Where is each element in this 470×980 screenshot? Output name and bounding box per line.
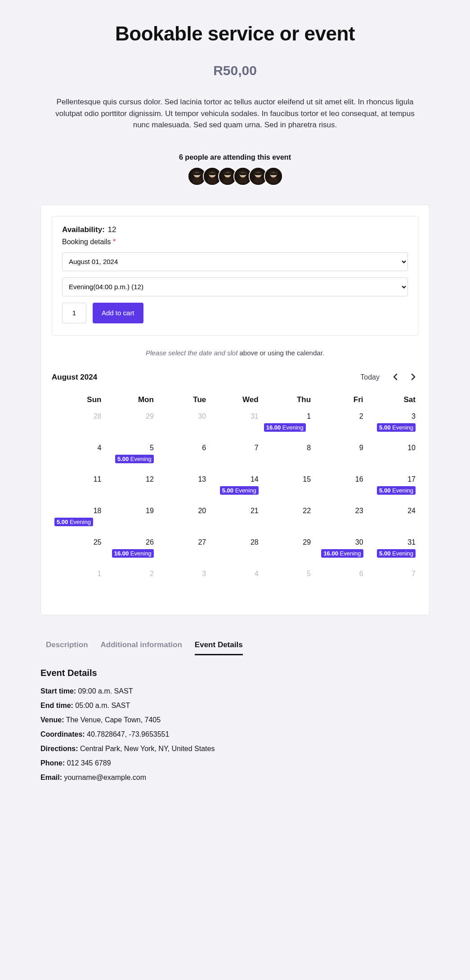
calendar-day-number: 12 bbox=[107, 475, 153, 483]
coordinates-label: Coordinates: bbox=[40, 730, 85, 738]
calendar-cell[interactable]: 20 bbox=[157, 504, 209, 536]
calendar-cell[interactable]: 2 bbox=[313, 410, 366, 441]
calendar-cell[interactable]: 185.00 Evening bbox=[52, 504, 104, 536]
calendar-cell[interactable]: 2616.00 Evening bbox=[104, 536, 156, 567]
calendar-cell: 30 bbox=[157, 410, 209, 441]
calendar-cell[interactable]: 22 bbox=[261, 504, 313, 536]
calendar-day-number: 15 bbox=[264, 475, 311, 483]
calendar-slot[interactable]: 5.00 Evening bbox=[115, 455, 154, 463]
calendar-cell[interactable]: 8 bbox=[261, 441, 313, 473]
tab-event-details[interactable]: Event Details bbox=[195, 637, 243, 655]
end-time-label: End time: bbox=[40, 702, 73, 709]
calendar-cell[interactable]: 315.00 Evening bbox=[366, 536, 418, 567]
svg-rect-23 bbox=[270, 173, 277, 175]
tab-additional-information[interactable]: Additional information bbox=[101, 637, 182, 655]
calendar-day-number: 3 bbox=[369, 412, 416, 421]
calendar-cell[interactable]: 4 bbox=[52, 441, 104, 473]
calendar-day-number: 27 bbox=[159, 538, 206, 546]
required-indicator: * bbox=[113, 238, 116, 246]
calendar-day-number: 28 bbox=[54, 412, 101, 421]
calendar-day-number: 31 bbox=[369, 538, 416, 546]
calendar-slot[interactable]: 5.00 Evening bbox=[54, 518, 93, 526]
calendar-cell[interactable]: 116.00 Evening bbox=[261, 410, 313, 441]
calendar-cell[interactable]: 10 bbox=[366, 441, 418, 473]
calendar-day-number: 23 bbox=[316, 507, 363, 515]
svg-rect-14 bbox=[238, 177, 247, 183]
calendar-slot[interactable]: 5.00 Evening bbox=[377, 486, 416, 495]
calendar-day-number: 4 bbox=[54, 444, 101, 452]
calendar-day-number: 24 bbox=[369, 507, 416, 515]
start-time-label: Start time: bbox=[40, 687, 76, 695]
calendar-cell[interactable]: 6 bbox=[157, 441, 209, 473]
calendar-cell: 5 bbox=[261, 567, 313, 599]
start-time-value: 09:00 a.m. SAST bbox=[76, 687, 133, 695]
calendar-cell[interactable]: 27 bbox=[157, 536, 209, 567]
calendar-slot[interactable]: 16.00 Evening bbox=[112, 549, 154, 558]
calendar-cell[interactable]: 19 bbox=[104, 504, 156, 536]
calendar-day-number: 29 bbox=[107, 412, 153, 421]
calendar-day-number: 31 bbox=[211, 412, 258, 421]
calendar-cell[interactable]: 12 bbox=[104, 473, 156, 504]
svg-rect-6 bbox=[207, 177, 217, 183]
calendar-slot[interactable]: 5.00 Evening bbox=[377, 423, 416, 432]
calendar-day-number: 8 bbox=[264, 444, 311, 452]
svg-rect-3 bbox=[193, 173, 200, 175]
calendar-cell[interactable]: 21 bbox=[209, 504, 261, 536]
calendar-cell[interactable]: 28 bbox=[209, 536, 261, 567]
email-label: Email: bbox=[40, 774, 62, 781]
venue-label: Venue: bbox=[40, 716, 64, 724]
booking-card: Availability: 12 Booking details * Augus… bbox=[40, 205, 430, 615]
calendar-cell[interactable]: 23 bbox=[313, 504, 366, 536]
calendar-cell: 28 bbox=[52, 410, 104, 441]
directions-label: Directions: bbox=[40, 745, 78, 752]
calendar-day-number: 16 bbox=[316, 475, 363, 483]
calendar-cell[interactable]: 9 bbox=[313, 441, 366, 473]
booking-details-label: Booking details bbox=[62, 238, 111, 246]
calendar-cell[interactable]: 55.00 Evening bbox=[104, 441, 156, 473]
quantity-input[interactable] bbox=[62, 303, 86, 323]
calendar-slot[interactable]: 5.00 Evening bbox=[377, 549, 416, 558]
calendar-cell[interactable]: 145.00 Evening bbox=[209, 473, 261, 504]
phone-value: 012 345 6789 bbox=[65, 759, 111, 767]
calendar-day-number: 6 bbox=[159, 444, 206, 452]
calendar-slot[interactable]: 16.00 Evening bbox=[321, 549, 363, 558]
calendar-cell: 4 bbox=[209, 567, 261, 599]
calendar-cell[interactable]: 16 bbox=[313, 473, 366, 504]
calendar-slot[interactable]: 16.00 Evening bbox=[264, 423, 306, 432]
date-select[interactable]: August 01, 2024 bbox=[62, 252, 408, 271]
calendar-cell[interactable]: 24 bbox=[366, 504, 418, 536]
svg-rect-11 bbox=[224, 173, 231, 175]
calendar-day-header: Wed bbox=[209, 392, 261, 410]
calendar-day-number: 18 bbox=[54, 507, 101, 515]
product-description: Pellentesque quis cursus dolor. Sed laci… bbox=[40, 96, 430, 131]
calendar-prev-icon[interactable] bbox=[390, 373, 400, 382]
calendar-slot[interactable]: 5.00 Evening bbox=[220, 486, 259, 495]
calendar-cell: 1 bbox=[52, 567, 104, 599]
calendar-next-icon[interactable] bbox=[408, 373, 418, 382]
calendar-cell: 6 bbox=[313, 567, 366, 599]
calendar-cell[interactable]: 29 bbox=[261, 536, 313, 567]
calendar-cell[interactable]: 25 bbox=[52, 536, 104, 567]
coordinates-value: 40.7828647, -73.9653551 bbox=[85, 730, 170, 738]
slot-select[interactable]: Evening(04:00 p.m.) (12) bbox=[62, 277, 408, 296]
calendar-cell: 2 bbox=[104, 567, 156, 599]
add-to-cart-button[interactable]: Add to cart bbox=[93, 303, 143, 323]
tab-description[interactable]: Description bbox=[46, 637, 88, 655]
calendar-cell[interactable]: 35.00 Evening bbox=[366, 410, 418, 441]
calendar-cell[interactable]: 11 bbox=[52, 473, 104, 504]
calendar-cell: 3 bbox=[157, 567, 209, 599]
availability-value: 12 bbox=[108, 225, 116, 234]
calendar-cell[interactable]: 3016.00 Evening bbox=[313, 536, 366, 567]
product-price: R50,00 bbox=[40, 63, 430, 78]
page-title: Bookable service or event bbox=[40, 22, 430, 45]
end-time-value: 05:00 a.m. SAST bbox=[73, 702, 130, 709]
calendar-day-number: 7 bbox=[211, 444, 258, 452]
calendar-today-link[interactable]: Today bbox=[360, 373, 380, 381]
calendar-day-header: Mon bbox=[104, 392, 156, 410]
calendar-cell[interactable]: 15 bbox=[261, 473, 313, 504]
calendar-cell[interactable]: 175.00 Evening bbox=[366, 473, 418, 504]
calendar-cell[interactable]: 7 bbox=[209, 441, 261, 473]
calendar-day-number: 7 bbox=[369, 570, 416, 578]
calendar-cell[interactable]: 13 bbox=[157, 473, 209, 504]
attending-count-text: 6 people are attending this event bbox=[40, 153, 430, 161]
